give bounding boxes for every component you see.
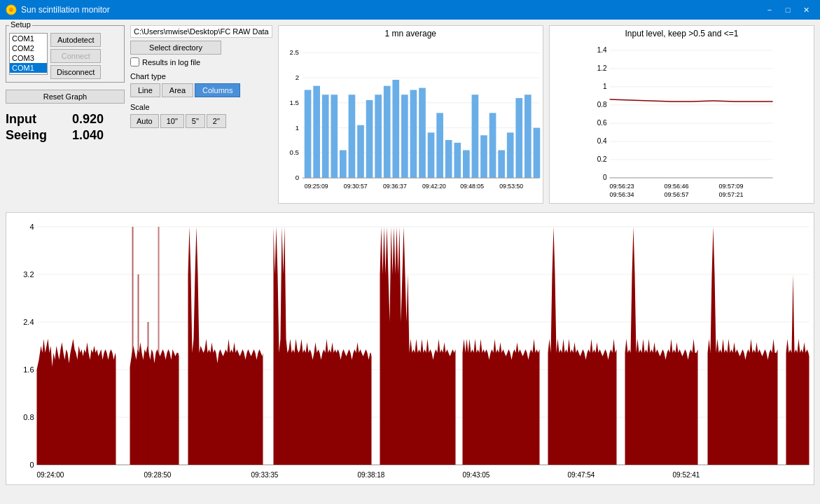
svg-text:0.8: 0.8 xyxy=(597,101,607,108)
svg-text:0: 0 xyxy=(295,174,298,181)
charts-area: 1 mn average 2.5 2 1.5 1 0.5 0 xyxy=(278,25,814,204)
svg-text:4: 4 xyxy=(29,223,34,231)
svg-text:09:48:05: 09:48:05 xyxy=(460,183,484,190)
input-chart-title: Input level, keep >0.5 and <=1 xyxy=(550,26,814,40)
minimize-button[interactable]: − xyxy=(761,3,778,17)
com-list-item-com1[interactable]: COM1 xyxy=(10,34,47,43)
values-row: Input 0.920 Seeing 1.040 xyxy=(6,112,125,143)
svg-rect-86 xyxy=(148,322,149,465)
svg-rect-31 xyxy=(454,143,461,178)
svg-rect-16 xyxy=(322,94,329,178)
svg-text:1: 1 xyxy=(295,124,298,132)
left-panel: Setup COM1 COM2 COM3 COM1 Autodetect Con… xyxy=(6,25,125,204)
input-label: Input xyxy=(6,112,69,127)
svg-rect-28 xyxy=(427,132,434,178)
svg-rect-19 xyxy=(348,94,355,178)
svg-text:09:47:54: 09:47:54 xyxy=(568,471,595,479)
scale-10[interactable]: 10" xyxy=(160,114,184,128)
svg-rect-33 xyxy=(471,94,478,178)
svg-text:09:53:50: 09:53:50 xyxy=(499,183,523,190)
input-chart-svg: 1.4 1.2 1 0.8 0.6 0.4 0.2 0 xyxy=(550,40,814,201)
setup-group: Setup COM1 COM2 COM3 COM1 Autodetect Con… xyxy=(6,25,125,83)
scale-buttons: Auto 10" 5" 2" xyxy=(130,114,272,128)
svg-text:09:43:05: 09:43:05 xyxy=(463,471,490,479)
scale-5[interactable]: 5" xyxy=(186,114,205,128)
svg-text:09:57:21: 09:57:21 xyxy=(718,191,743,198)
svg-text:09:38:18: 09:38:18 xyxy=(358,471,385,479)
directory-path: C:\Users\mwise\Desktop\FC RAW Data xyxy=(130,25,272,38)
setup-label: Setup xyxy=(9,20,32,29)
select-directory-button[interactable]: Select directory xyxy=(130,41,221,55)
svg-text:09:28:50: 09:28:50 xyxy=(144,471,172,479)
chart-type-area[interactable]: Area xyxy=(162,83,193,97)
svg-rect-15 xyxy=(313,86,320,178)
svg-text:09:56:57: 09:56:57 xyxy=(664,191,688,198)
scale-auto[interactable]: Auto xyxy=(130,114,159,128)
chart-type-line[interactable]: Line xyxy=(130,83,160,97)
seeing-value-line: Seeing 1.040 xyxy=(6,128,125,143)
svg-rect-84 xyxy=(132,227,134,465)
log-checkbox-row: Results in log file xyxy=(130,57,272,66)
setup-inner: COM1 COM2 COM3 COM1 Autodetect Connect D… xyxy=(9,33,121,79)
svg-rect-32 xyxy=(463,150,470,178)
middle-panel: C:\Users\mwise\Desktop\FC RAW Data Selec… xyxy=(130,25,272,204)
svg-text:09:57:09: 09:57:09 xyxy=(718,183,743,190)
svg-text:2.5: 2.5 xyxy=(289,48,298,56)
svg-text:1.6: 1.6 xyxy=(23,365,34,374)
svg-text:0.4: 0.4 xyxy=(597,137,607,145)
svg-text:09:56:46: 09:56:46 xyxy=(664,183,688,190)
scale-2[interactable]: 2" xyxy=(207,114,226,128)
svg-text:1.2: 1.2 xyxy=(597,64,607,72)
svg-rect-25 xyxy=(401,94,408,178)
input-chart-container: Input level, keep >0.5 and <=1 1.4 1.2 1… xyxy=(549,25,814,204)
svg-text:09:30:57: 09:30:57 xyxy=(344,183,368,190)
scale-label: Scale xyxy=(130,103,272,111)
log-checkbox-label: Results in log file xyxy=(142,58,200,66)
com-list-item-com3[interactable]: COM3 xyxy=(10,53,47,63)
svg-rect-14 xyxy=(304,90,311,178)
svg-text:1.4: 1.4 xyxy=(597,46,607,54)
svg-rect-29 xyxy=(436,113,443,178)
bottom-chart-container: 4 3.2 2.4 1.6 0.8 0 xyxy=(6,212,814,485)
svg-text:09:36:37: 09:36:37 xyxy=(383,183,407,190)
svg-text:1.5: 1.5 xyxy=(289,99,298,106)
svg-rect-34 xyxy=(480,135,487,178)
svg-rect-39 xyxy=(524,94,531,178)
svg-text:2.4: 2.4 xyxy=(23,318,34,326)
autodetect-button[interactable]: Autodetect xyxy=(50,33,101,47)
log-checkbox[interactable] xyxy=(130,57,139,66)
svg-text:3.2: 3.2 xyxy=(23,270,34,279)
svg-text:09:56:34: 09:56:34 xyxy=(609,191,634,198)
com-list-item-com2[interactable]: COM2 xyxy=(10,43,47,53)
svg-point-1 xyxy=(9,8,13,12)
svg-text:0.8: 0.8 xyxy=(23,413,34,421)
svg-text:0: 0 xyxy=(603,174,607,181)
com-list[interactable]: COM1 COM2 COM3 COM1 xyxy=(9,33,48,75)
setup-buttons: Autodetect Connect Disconnect xyxy=(50,33,101,79)
svg-rect-35 xyxy=(489,113,496,178)
title-bar-left: Sun scintillation monitor xyxy=(6,4,110,15)
svg-rect-27 xyxy=(419,88,426,178)
seeing-label: Seeing xyxy=(6,128,69,143)
com-list-item-com1-selected[interactable]: COM1 xyxy=(10,63,47,73)
top-section: Setup COM1 COM2 COM3 COM1 Autodetect Con… xyxy=(6,25,814,204)
svg-rect-87 xyxy=(158,227,160,465)
svg-rect-20 xyxy=(357,125,364,178)
title-bar-controls: − □ ✕ xyxy=(761,3,814,17)
chart-type-columns[interactable]: Columns xyxy=(195,83,240,97)
reset-graph-button[interactable]: Reset Graph xyxy=(6,90,125,104)
svg-text:09:24:00: 09:24:00 xyxy=(37,471,64,479)
svg-rect-22 xyxy=(375,94,382,178)
maximize-button[interactable]: □ xyxy=(779,3,796,17)
svg-text:0: 0 xyxy=(29,461,34,469)
reset-btn-row: Reset Graph xyxy=(6,90,125,104)
close-button[interactable]: ✕ xyxy=(798,3,814,17)
avg-chart-svg: 2.5 2 1.5 1 0.5 0 xyxy=(279,40,543,201)
connect-button[interactable]: Connect xyxy=(50,49,101,63)
avg-chart-title: 1 mn average xyxy=(279,26,543,40)
svg-rect-24 xyxy=(392,80,399,178)
disconnect-button[interactable]: Disconnect xyxy=(50,65,101,79)
svg-rect-40 xyxy=(533,128,540,178)
svg-text:1: 1 xyxy=(603,83,607,90)
main-content: Setup COM1 COM2 COM3 COM1 Autodetect Con… xyxy=(0,20,820,504)
